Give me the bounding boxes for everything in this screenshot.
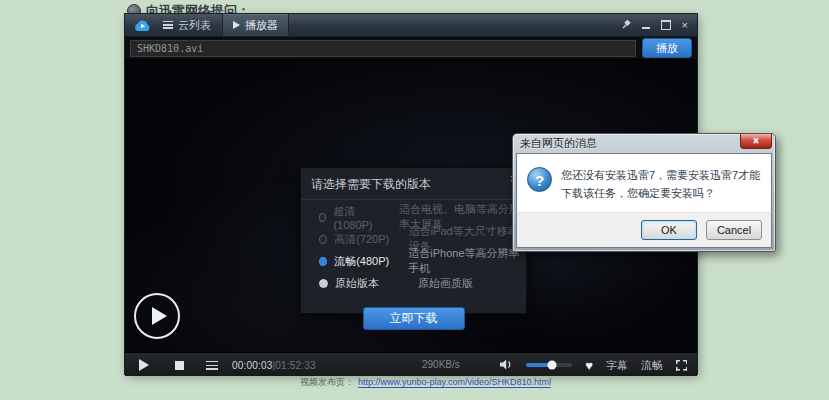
- close-button[interactable]: ×: [682, 20, 688, 30]
- big-play-button[interactable]: [134, 293, 180, 339]
- option-label: 超清(1080P): [333, 204, 392, 231]
- dialog-title-bar[interactable]: 来自网页的消息 ×: [516, 134, 772, 153]
- option-label: 高清(720P): [334, 232, 402, 247]
- minimize-icon: [642, 27, 650, 29]
- minimize-button[interactable]: [642, 20, 650, 30]
- download-speed: 290KB/s: [422, 359, 460, 370]
- dialog-close-button[interactable]: ×: [740, 134, 772, 149]
- stop-button[interactable]: [175, 361, 184, 370]
- desktop-background: 向迅雷网络提问： 视频发布页：http://www.yunbo-play.com…: [0, 0, 829, 400]
- radio-icon: [319, 213, 326, 222]
- fullscreen-icon[interactable]: [676, 360, 687, 371]
- option-label: 原始版本: [335, 276, 411, 291]
- tab-cloud-list-label: 云列表: [178, 18, 211, 33]
- question-mark-icon: ?: [527, 167, 552, 192]
- ok-button[interactable]: OK: [641, 220, 697, 240]
- time-total: |01:52:33: [273, 360, 316, 371]
- dialog-title: 来自网页的消息: [520, 136, 597, 151]
- playlist-button[interactable]: [206, 361, 218, 370]
- pin-button[interactable]: [622, 20, 631, 30]
- tab-player-label: 播放器: [245, 18, 278, 33]
- dialog-message: 您还没有安装迅雷7，需要安装迅雷7才能下载该任务，您确定要安装吗？: [561, 167, 761, 202]
- radio-selected-icon: [319, 257, 327, 266]
- app-logo-cloud-icon: [133, 19, 152, 32]
- volume-slider[interactable]: [526, 363, 572, 367]
- play-icon: [233, 21, 240, 29]
- window-controls: ×: [622, 20, 688, 31]
- right-controls: ♥ 字幕 流畅: [500, 353, 687, 377]
- tab-player[interactable]: 播放器: [222, 14, 289, 36]
- dialog-body: ? 您还没有安装迅雷7，需要安装迅雷7才能下载该任务，您确定要安装吗？: [516, 153, 772, 212]
- download-now-button[interactable]: 立即下载: [363, 307, 465, 330]
- time-display: 00:00:03|01:52:33: [232, 360, 316, 371]
- cancel-button[interactable]: Cancel: [706, 220, 762, 240]
- favorite-heart-icon[interactable]: ♥: [585, 359, 593, 372]
- download-version-dialog: 请选择需要下载的版本 × 超清(1080P) 适合电视、电脑等高分辨率大屏幕 高…: [300, 167, 527, 314]
- dialog-title: 请选择需要下载的版本: [301, 168, 526, 200]
- player-controls-bar: 00:00:03|01:52:33 290KB/s ♥ 字幕 流畅: [125, 352, 697, 376]
- radio-icon: [319, 279, 328, 288]
- play-button[interactable]: [139, 359, 149, 371]
- background-page-footer: 视频发布页：http://www.yunbo-play.com/video/SH…: [300, 376, 551, 389]
- option-label: 流畅(480P): [334, 254, 401, 269]
- option-desc: 原始画质版: [418, 276, 473, 291]
- volume-knob[interactable]: [547, 361, 556, 370]
- footer-prefix: 视频发布页：: [300, 377, 354, 387]
- subtitle-button[interactable]: 字幕: [606, 358, 628, 373]
- maximize-icon: [661, 20, 671, 30]
- dialog-footer: OK Cancel: [516, 212, 772, 248]
- list-icon: [163, 21, 173, 29]
- volume-icon[interactable]: [500, 356, 513, 374]
- time-current: 00:00:03: [232, 360, 273, 371]
- radio-icon: [319, 235, 327, 244]
- title-bar: 云列表 播放器 ×: [125, 14, 697, 37]
- option-desc: 适合iPhone等高分辨率手机: [408, 246, 526, 276]
- play-url-button[interactable]: 播放: [642, 38, 692, 58]
- tab-cloud-list[interactable]: 云列表: [152, 14, 222, 36]
- transport-controls: 00:00:03|01:52:33: [139, 353, 316, 377]
- file-url-input[interactable]: SHKD810.avi: [130, 40, 636, 57]
- option-480p[interactable]: 流畅(480P) 适合iPhone等高分辨率手机: [319, 250, 526, 272]
- quality-button[interactable]: 流畅: [641, 358, 663, 373]
- maximize-button[interactable]: [661, 20, 671, 31]
- file-bar: SHKD810.avi 播放: [125, 37, 697, 60]
- footer-link[interactable]: http://www.yunbo-play.com/video/SHKD810.…: [358, 377, 551, 388]
- dialog-content: ? 您还没有安装迅雷7，需要安装迅雷7才能下载该任务，您确定要安装吗？: [517, 154, 771, 212]
- play-triangle-icon: [152, 307, 167, 325]
- quality-options: 超清(1080P) 适合电视、电脑等高分辨率大屏幕 高清(720P) 适合iPa…: [301, 200, 526, 294]
- webpage-message-dialog: 来自网页的消息 × ? 您还没有安装迅雷7，需要安装迅雷7才能下载该任务，您确定…: [512, 133, 776, 252]
